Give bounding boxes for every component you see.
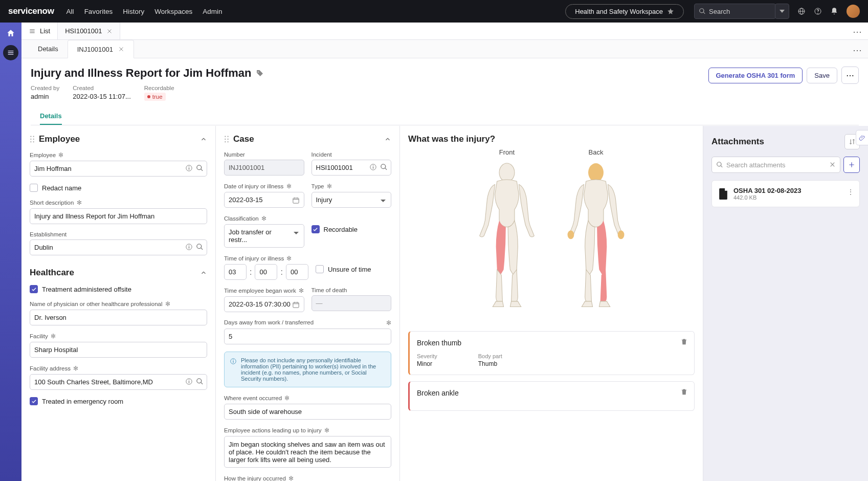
subtab-details[interactable]: Details <box>29 40 68 58</box>
search-icon[interactable] <box>380 163 388 171</box>
info-icon[interactable] <box>185 378 193 385</box>
nav-workspaces[interactable]: Workspaces <box>154 8 192 15</box>
er-checkbox[interactable]: Treated in emergency room <box>30 397 207 405</box>
class-select[interactable]: Job transfer or restr... <box>224 224 304 248</box>
facility-addr-input[interactable]: 100 South Charles Street, Baltimore,MD <box>30 374 207 390</box>
where-input[interactable]: South side of warehouse <box>224 404 391 420</box>
actions-textarea[interactable]: Jim began stocking shelves and saw an it… <box>224 436 391 468</box>
star-icon <box>667 8 674 15</box>
avatar[interactable] <box>847 5 860 18</box>
physician-input[interactable]: Dr. Iverson <box>30 310 207 325</box>
calendar-icon <box>292 196 300 204</box>
incident-input[interactable]: HSI1001001 <box>311 160 392 176</box>
nav-all[interactable]: All <box>66 8 74 15</box>
page-title: Injury and Illness Report for Jim Hoffma… <box>31 67 708 80</box>
search-icon[interactable] <box>196 243 204 251</box>
header-more-button[interactable]: ⋯ <box>841 67 859 84</box>
search-icon[interactable] <box>196 164 204 172</box>
er-label: Treated in emergency room <box>42 398 123 405</box>
offsite-checkbox[interactable]: Treatment administered offsite <box>30 285 207 293</box>
info-icon[interactable] <box>369 163 377 171</box>
close-icon[interactable] <box>106 28 113 34</box>
subtab-inj[interactable]: INJ1001001 <box>68 40 134 58</box>
tag-icon[interactable] <box>256 69 264 77</box>
nav-admin[interactable]: Admin <box>203 8 222 15</box>
meta-block: Created byadmin Created2022-03-15 11:07.… <box>31 85 708 101</box>
paperclip-icon <box>859 134 866 141</box>
redact-checkbox[interactable]: Redact name <box>30 184 207 192</box>
injury-delete-button[interactable] <box>680 388 688 398</box>
case-title: Case <box>233 134 254 144</box>
chevron-up-icon <box>200 269 207 276</box>
subtabs-more-icon[interactable]: ⋯ <box>853 45 862 56</box>
svg-point-6 <box>33 139 34 140</box>
drag-icon <box>30 136 35 143</box>
healthcare-section-header[interactable]: Healthcare <box>30 268 207 278</box>
trash-icon <box>680 338 688 345</box>
attachment-more-icon[interactable]: ⋮ <box>847 188 854 196</box>
establishment-input[interactable]: Dublin <box>30 239 207 255</box>
search-icon <box>716 161 723 168</box>
svg-point-15 <box>227 139 228 140</box>
unsure-checkbox[interactable]: Unsure of time <box>316 265 391 273</box>
svg-point-23 <box>588 163 604 182</box>
generate-osha-button[interactable]: Generate OSHA 301 form <box>708 68 803 83</box>
time-sec-input[interactable]: 00 <box>286 264 308 280</box>
recordable-checkbox[interactable]: Recordable <box>311 225 392 233</box>
attachments-search-input[interactable]: Search attachments <box>711 157 840 173</box>
time-hour-input[interactable]: 03 <box>224 264 247 280</box>
info-icon[interactable] <box>185 164 193 172</box>
tab-list[interactable]: List <box>21 23 58 39</box>
list-icon <box>29 28 36 35</box>
attachment-card[interactable]: OSHA 301 02-08-2023 442.0 KB ⋮ <box>711 180 860 207</box>
days-input[interactable]: 5 <box>224 329 391 344</box>
nav-history[interactable]: History <box>123 8 144 15</box>
began-input[interactable]: 2022-03-15 07:30:00 <box>224 296 304 312</box>
type-label: Type ✻ <box>311 183 392 190</box>
facility-input[interactable]: Sharp Hospital <box>30 342 207 358</box>
info-icon[interactable] <box>185 243 193 251</box>
svg-point-8 <box>33 141 34 142</box>
help-icon[interactable] <box>814 7 822 15</box>
severity-label: Severity <box>417 353 437 359</box>
body-front-svg[interactable] <box>474 160 540 314</box>
tabs-more-icon[interactable]: ⋯ <box>853 26 862 37</box>
attachment-add-button[interactable] <box>843 157 860 173</box>
clear-icon[interactable] <box>829 161 836 168</box>
case-section-header[interactable]: Case <box>224 134 391 144</box>
svg-point-22 <box>499 163 515 182</box>
shortdesc-input[interactable]: Injury and Illness Report for Jim Hoffma… <box>30 208 207 224</box>
svg-point-3 <box>30 136 31 137</box>
employee-section-header[interactable]: Employee <box>30 134 207 144</box>
employee-input[interactable]: Jim Hoffman <box>30 161 207 177</box>
save-button[interactable]: Save <box>807 68 837 83</box>
home-icon[interactable] <box>6 29 15 38</box>
nav-favorites[interactable]: Favorites <box>84 8 113 15</box>
global-search[interactable]: Search <box>694 4 776 19</box>
date-input[interactable]: 2022-03-15 <box>224 192 304 208</box>
rail-list-button[interactable] <box>3 45 18 60</box>
form-tab-details[interactable]: Details <box>40 108 62 125</box>
svg-point-25 <box>618 230 625 239</box>
attachment-sidebar-toggle[interactable] <box>856 130 868 145</box>
bell-icon[interactable] <box>830 7 838 15</box>
tab-hsi[interactable]: HSI1001001 <box>58 23 120 39</box>
bodypart-value: Thumb <box>478 360 497 367</box>
search-dropdown[interactable] <box>775 4 789 19</box>
body-back-svg[interactable] <box>563 160 629 314</box>
close-icon[interactable] <box>118 46 124 52</box>
injury-card[interactable]: Broken ankle <box>408 381 695 411</box>
search-icon[interactable] <box>196 378 204 385</box>
file-icon <box>718 188 728 200</box>
attachment-name: OSHA 301 02-08-2023 <box>733 187 802 194</box>
injury-delete-button[interactable] <box>680 338 688 347</box>
search-icon <box>699 8 706 15</box>
employee-title: Employee <box>39 134 80 144</box>
svg-point-12 <box>225 136 226 137</box>
meta-recordable-label: Recordable <box>144 85 174 91</box>
time-min-input[interactable]: 00 <box>255 264 277 280</box>
globe-icon[interactable] <box>797 7 806 15</box>
workspace-pill[interactable]: Health and Safety Workspace <box>565 4 684 19</box>
injury-card[interactable]: Broken thumb SeverityMinor Body partThum… <box>408 331 695 375</box>
type-select[interactable]: Injury <box>311 192 392 208</box>
